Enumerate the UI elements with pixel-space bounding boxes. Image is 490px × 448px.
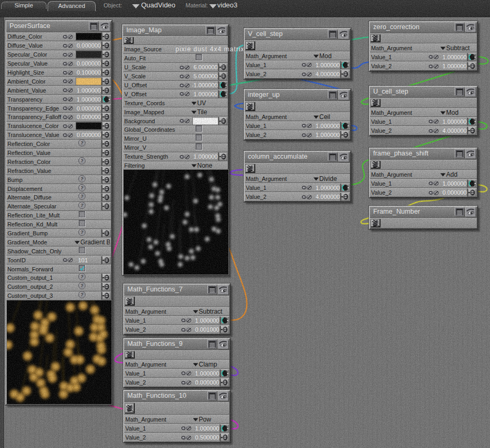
svg-text:?: ? xyxy=(80,176,84,181)
svg-text:?: ? xyxy=(80,274,84,280)
svg-text:?: ? xyxy=(80,158,84,163)
svg-text:?: ? xyxy=(80,291,84,297)
svg-text:?: ? xyxy=(80,194,84,199)
svg-text:?: ? xyxy=(80,203,84,208)
svg-text:?: ? xyxy=(80,229,84,235)
svg-text:?: ? xyxy=(80,140,84,145)
svg-text:?: ? xyxy=(80,185,84,190)
svg-text:?: ? xyxy=(80,283,84,289)
